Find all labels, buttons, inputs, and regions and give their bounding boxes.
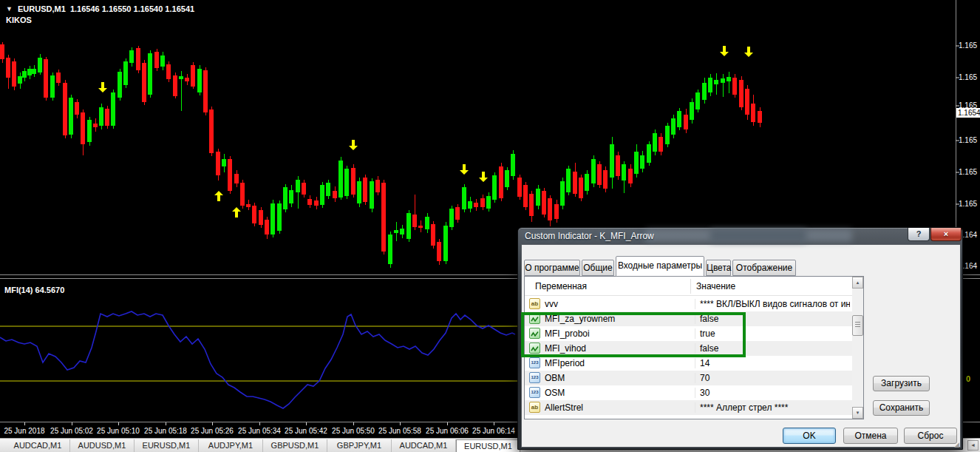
candle-body bbox=[69, 98, 73, 135]
candle-body bbox=[745, 89, 749, 115]
load-button[interactable]: Загрузить bbox=[873, 376, 930, 391]
ab-type-icon: ab bbox=[529, 298, 540, 309]
scrollbar-down-icon[interactable]: ▼ bbox=[852, 407, 863, 419]
param-value[interactable]: **** Аллерт стрел **** bbox=[695, 402, 850, 413]
candle-body bbox=[486, 196, 491, 209]
param-row-vvv[interactable]: abvvv**** ВКЛ/ВЫКЛ видов сигналов от инд… bbox=[525, 297, 852, 311]
chart-tab-audcad-m1[interactable]: AUDCAD,M1 bbox=[6, 439, 70, 452]
candle-body bbox=[307, 199, 312, 205]
param-value[interactable]: 70 bbox=[695, 373, 850, 383]
candle-body bbox=[81, 112, 85, 144]
chart-tab-eurusd-m1[interactable]: EURUSD,M1 bbox=[456, 439, 520, 452]
param-value[interactable]: 30 bbox=[695, 388, 850, 398]
time-axis-label: 25 Jun 05:34 bbox=[238, 427, 281, 435]
dialog-tab-4[interactable]: Цвета bbox=[706, 260, 731, 276]
param-name: vvv bbox=[545, 299, 558, 309]
symbol-dropdown-icon[interactable]: ▼ bbox=[6, 5, 13, 13]
candle-body bbox=[136, 48, 140, 70]
resize-grip-icon[interactable]: ◢ bbox=[954, 441, 959, 448]
candle-body bbox=[320, 185, 324, 205]
chart-tab-gbpusd-m1[interactable]: GBPUSD,M1 bbox=[263, 439, 327, 452]
candle-body bbox=[511, 154, 515, 176]
candle-body bbox=[314, 200, 319, 206]
price-axis-label: 1.165 bbox=[959, 41, 977, 50]
candle-body bbox=[179, 76, 183, 79]
int-type-icon: 123 bbox=[529, 372, 540, 383]
chart-tab-audcad-m1[interactable]: AUDCAD,M1 bbox=[392, 439, 456, 452]
column-header-value: Значение bbox=[696, 281, 735, 291]
signal-arrow-down-icon bbox=[720, 46, 729, 56]
time-axis-label: 25 Jun 05:02 bbox=[50, 427, 93, 435]
cancel-button[interactable]: Отмена bbox=[843, 428, 898, 444]
candle-body bbox=[653, 133, 657, 152]
time-axis-label: 25 Jun 05:26 bbox=[191, 427, 234, 435]
time-axis-label: 25 Jun 2018 bbox=[4, 427, 44, 435]
param-row-AllertStrel[interactable]: abAllertStrel**** Аллерт стрел **** bbox=[525, 400, 852, 415]
ok-button[interactable]: OK bbox=[783, 428, 836, 444]
candle-body bbox=[708, 78, 712, 92]
candle-body bbox=[406, 213, 411, 239]
price-axis-label: 1.165 bbox=[959, 200, 977, 208]
candle-body bbox=[63, 83, 67, 135]
candle-body bbox=[597, 164, 602, 185]
reset-button[interactable]: Сброс bbox=[904, 428, 957, 444]
candle-body bbox=[142, 63, 146, 102]
price-axis-label: 1.165 bbox=[959, 73, 977, 81]
chart-tab-gbpjpy-m1[interactable]: GBPJPY,M1 bbox=[327, 439, 392, 452]
int-type-icon: 123 bbox=[529, 357, 540, 368]
candle-body bbox=[714, 80, 718, 84]
chart-tab-eurusd-m1[interactable]: EURUSD,M1 bbox=[135, 439, 199, 452]
custom-indicator-dialog: Custom Indicator - K_MFI_Arrow ? × О про… bbox=[517, 227, 963, 450]
signal-arrow-down-icon bbox=[744, 47, 753, 57]
candle-body bbox=[388, 235, 392, 264]
candle-body bbox=[44, 59, 48, 98]
candle-body bbox=[277, 203, 282, 231]
candle-body bbox=[566, 169, 571, 192]
param-value[interactable]: 14 bbox=[695, 358, 850, 368]
chart-tab-audjpy-m1[interactable]: AUDJPY,M1 bbox=[199, 439, 263, 452]
chart-ohlc-header: ▼ EURUSD,M1 1.16546 1.16550 1.16540 1.16… bbox=[6, 4, 194, 13]
candle-body bbox=[677, 111, 681, 127]
scrollbar-up-icon[interactable]: ▲ bbox=[852, 277, 863, 289]
dialog-tab-3[interactable]: Входные параметры bbox=[616, 256, 704, 277]
table-scrollbar[interactable]: ▲ ▼ bbox=[852, 277, 863, 419]
candle-body bbox=[333, 191, 337, 198]
close-button[interactable]: × bbox=[930, 228, 962, 241]
candle-body bbox=[259, 210, 263, 225]
candle-body bbox=[203, 70, 208, 112]
candle-body bbox=[357, 181, 361, 203]
param-value[interactable]: **** ВКЛ/ВЫКЛ видов сигналов от инди ... bbox=[695, 299, 850, 309]
chart-tab-audusd-m1[interactable]: AUDUSD,M1 bbox=[70, 439, 135, 452]
param-row-MFIperiod[interactable]: 123MFIperiod14 bbox=[525, 356, 852, 371]
candle-body bbox=[283, 187, 287, 209]
time-axis-label: 25 Jun 06:06 bbox=[426, 427, 469, 435]
candle-body bbox=[370, 181, 374, 209]
blurred-region bbox=[710, 229, 806, 242]
dialog-tab-1[interactable]: О программе bbox=[524, 260, 580, 276]
mt4-chart-window: ▼ EURUSD,M1 1.16546 1.16550 1.16540 1.16… bbox=[0, 0, 980, 452]
candle-body bbox=[344, 169, 349, 196]
save-button[interactable]: Сохранить bbox=[873, 400, 930, 416]
candle-body bbox=[50, 75, 55, 98]
scrollbar-thumb[interactable] bbox=[852, 315, 863, 336]
candle-body bbox=[751, 104, 755, 122]
candle-body bbox=[289, 190, 293, 203]
dialog-tab-2[interactable]: Общие bbox=[582, 260, 614, 276]
dialog-tab-5[interactable]: Отображение bbox=[732, 260, 796, 276]
candle-body bbox=[455, 207, 460, 220]
candle-body bbox=[505, 170, 509, 187]
column-divider bbox=[690, 279, 691, 294]
candle-body bbox=[18, 76, 22, 84]
help-button[interactable]: ? bbox=[908, 228, 930, 241]
param-row-OSM[interactable]: 123OSM30 bbox=[525, 385, 852, 400]
candle-body bbox=[363, 178, 367, 202]
param-row-OBM[interactable]: 123OBM70 bbox=[525, 371, 852, 385]
candle-body bbox=[431, 224, 435, 246]
tabbar-scroll-left-icon[interactable]: ◄ bbox=[967, 440, 979, 451]
mfi-axis-label-fragment: 0 bbox=[966, 374, 970, 383]
candle-body bbox=[191, 65, 195, 87]
candle-body bbox=[732, 78, 737, 95]
signal-arrow-down-icon bbox=[349, 140, 358, 150]
candle-body bbox=[252, 206, 256, 223]
candle-body bbox=[216, 152, 220, 175]
